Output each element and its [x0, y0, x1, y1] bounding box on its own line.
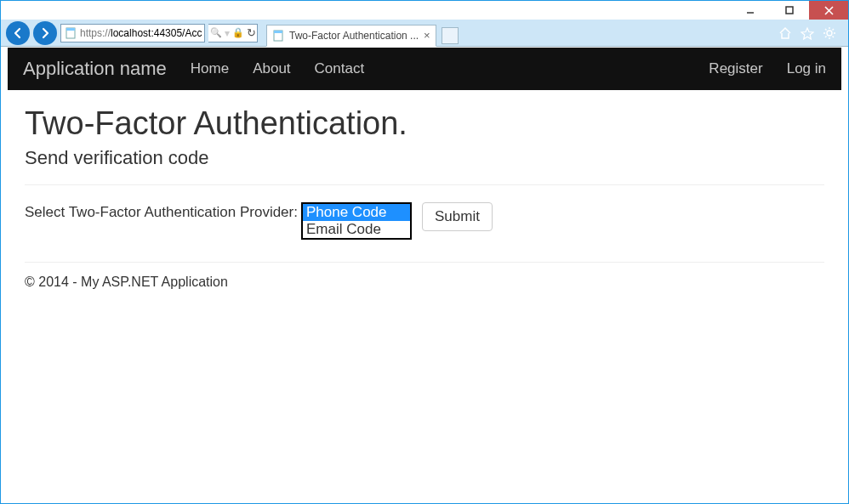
provider-select[interactable]: Phone Code Email Code	[301, 202, 412, 240]
favorites-icon[interactable]	[801, 26, 814, 40]
provider-option-phone[interactable]: Phone Code	[303, 204, 410, 221]
maximize-button[interactable]	[770, 1, 809, 20]
nav-contact[interactable]: Contact	[315, 60, 365, 77]
brand[interactable]: Application name	[23, 58, 167, 80]
tab-title: Two-Factor Authentication ...	[289, 30, 419, 42]
svg-rect-7	[274, 31, 282, 33]
browser-tab[interactable]: Two-Factor Authentication ... ×	[266, 25, 436, 47]
provider-option-email[interactable]: Email Code	[303, 221, 410, 238]
svg-rect-5	[66, 28, 75, 31]
nav-home[interactable]: Home	[191, 60, 229, 77]
browser-toolbar: https://localhost:44305/Acc 🔍 ▾ 🔒 ↻ Two-…	[1, 20, 848, 47]
home-icon[interactable]	[778, 26, 792, 40]
svg-rect-1	[786, 7, 793, 14]
new-tab-button[interactable]	[442, 27, 459, 44]
page-icon	[65, 27, 77, 39]
nav-links: Home About Contact	[191, 60, 364, 77]
address-bar[interactable]: https://localhost:44305/Acc	[60, 24, 205, 42]
svg-line-15	[825, 36, 827, 37]
provider-form-row: Select Two-Factor Authentication Provide…	[25, 202, 824, 240]
address-bar-controls: 🔍 ▾ 🔒 ↻	[208, 24, 258, 42]
nav-register[interactable]: Register	[709, 60, 762, 77]
tools-icon[interactable]	[823, 26, 836, 40]
page-body: Two-Factor Authentication. Send verifica…	[8, 90, 841, 305]
close-button[interactable]	[809, 1, 848, 20]
page-subtitle: Send verification code	[25, 147, 824, 169]
refresh-icon[interactable]: ↻	[247, 26, 256, 39]
page-viewport: Application name Home About Contact Regi…	[8, 48, 841, 496]
tab-close-icon[interactable]: ×	[424, 29, 430, 42]
browser-right-icons	[778, 26, 843, 40]
submit-button[interactable]: Submit	[422, 202, 493, 231]
divider	[25, 262, 824, 263]
provider-label: Select Two-Factor Authentication Provide…	[25, 202, 298, 221]
nav-login[interactable]: Log in	[787, 60, 826, 77]
url-text: https://localhost:44305/Acc	[80, 27, 202, 39]
svg-line-16	[833, 29, 835, 31]
search-icon[interactable]: 🔍	[210, 27, 222, 38]
nav-about[interactable]: About	[253, 60, 290, 77]
back-button[interactable]	[6, 21, 30, 45]
forward-button[interactable]	[33, 21, 57, 45]
favicon-icon	[272, 30, 284, 42]
divider	[25, 184, 824, 185]
nav-right: Register Log in	[709, 60, 826, 77]
site-navbar: Application name Home About Contact Regi…	[8, 48, 841, 90]
lock-icon[interactable]: 🔒	[232, 27, 244, 38]
minimize-button[interactable]	[731, 1, 770, 20]
svg-point-8	[827, 31, 832, 36]
window-titlebar	[1, 1, 848, 20]
page-title: Two-Factor Authentication.	[25, 105, 824, 142]
svg-line-14	[833, 36, 835, 37]
browser-window: https://localhost:44305/Acc 🔍 ▾ 🔒 ↻ Two-…	[0, 0, 849, 504]
footer-text: © 2014 - My ASP.NET Application	[25, 275, 824, 290]
svg-line-13	[825, 29, 827, 31]
